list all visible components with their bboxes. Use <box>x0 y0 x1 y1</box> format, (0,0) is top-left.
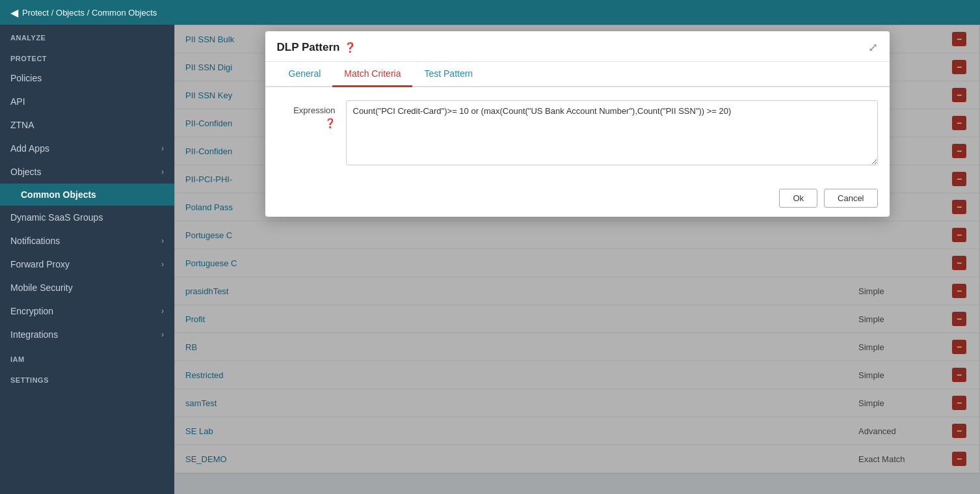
sidebar-section-analyze: ANALYZE <box>0 25 174 46</box>
cancel-button[interactable]: Cancel <box>824 189 877 208</box>
help-icon[interactable]: ❓ <box>344 42 356 53</box>
breadcrumb: Protect / Objects / Common Objects <box>22 8 157 18</box>
sidebar-section-protect: PROTECT <box>0 46 174 66</box>
tab-general[interactable]: General <box>277 62 333 87</box>
expand-button[interactable]: ⤢ <box>868 40 878 55</box>
tab-test-pattern[interactable]: Test Pattern <box>412 62 484 87</box>
sidebar-item-integrations[interactable]: Integrations › <box>0 323 174 346</box>
modal-overlay: DLP Pattern ❓ ⤢ General Match Criteria T… <box>174 25 980 494</box>
modal-title: DLP Pattern ❓ <box>277 41 356 54</box>
sidebar-item-add-apps[interactable]: Add Apps › <box>0 137 174 160</box>
chevron-icon: › <box>161 167 164 176</box>
sidebar-section-iam: IAM <box>0 346 174 367</box>
modal-header: DLP Pattern ❓ ⤢ <box>265 31 890 62</box>
back-button[interactable]: ◀ <box>10 7 18 19</box>
sidebar-item-dynamic-saas-groups[interactable]: Dynamic SaaS Groups <box>0 206 174 229</box>
expression-label: Expression ❓ <box>277 100 336 128</box>
sidebar-section-settings: SETTINGS <box>0 367 174 388</box>
sidebar-item-policies[interactable]: Policies <box>0 66 174 90</box>
ok-button[interactable]: Ok <box>779 189 817 208</box>
sidebar-item-notifications[interactable]: Notifications › <box>0 229 174 253</box>
sidebar-item-common-objects[interactable]: Common Objects <box>0 184 174 206</box>
sidebar-item-objects[interactable]: Objects › <box>0 160 174 184</box>
modal-body: Expression ❓ <box>265 87 890 182</box>
modal-footer: Ok Cancel <box>265 182 890 217</box>
chevron-icon: › <box>161 330 164 339</box>
expression-input[interactable] <box>346 100 878 165</box>
sidebar-item-mobile-security[interactable]: Mobile Security <box>0 276 174 299</box>
main-layout: ANALYZE PROTECT Policies API ZTNA Add Ap… <box>0 25 980 494</box>
tab-match-criteria[interactable]: Match Criteria <box>332 62 412 87</box>
sidebar: ANALYZE PROTECT Policies API ZTNA Add Ap… <box>0 25 174 494</box>
chevron-icon: › <box>161 307 164 316</box>
chevron-icon: › <box>161 260 164 269</box>
sidebar-item-encryption[interactable]: Encryption › <box>0 299 174 323</box>
content-area: PII SSN Bulk − PII SSN Digi − PII SSN Ke… <box>174 25 980 494</box>
sidebar-item-ztna[interactable]: ZTNA <box>0 113 174 137</box>
expression-row: Expression ❓ <box>277 100 878 165</box>
sidebar-item-forward-proxy[interactable]: Forward Proxy › <box>0 253 174 276</box>
sidebar-item-api[interactable]: API <box>0 90 174 113</box>
chevron-icon: › <box>161 144 164 153</box>
chevron-icon: › <box>161 236 164 245</box>
expression-help-icon[interactable]: ❓ <box>324 118 336 128</box>
modal-tabs: General Match Criteria Test Pattern <box>265 62 890 87</box>
dlp-pattern-modal: DLP Pattern ❓ ⤢ General Match Criteria T… <box>265 31 890 217</box>
top-bar: ◀ Protect / Objects / Common Objects <box>0 0 980 25</box>
